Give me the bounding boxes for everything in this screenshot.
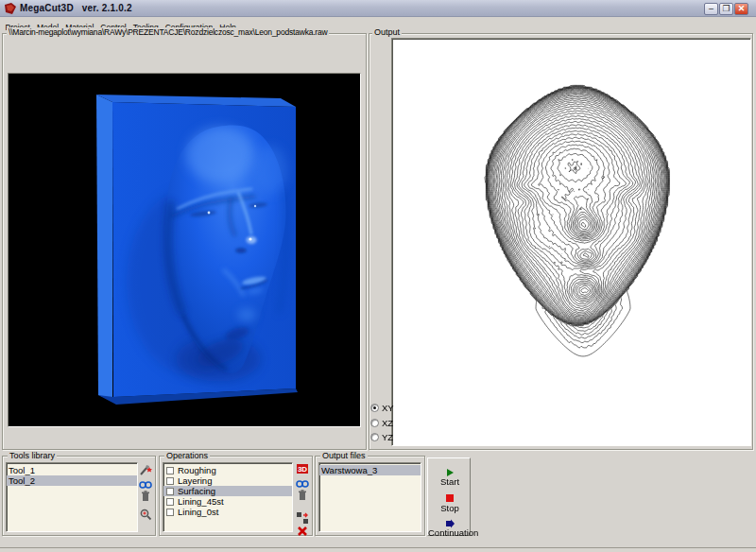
plane-radio-label: YZ — [382, 432, 393, 442]
list-item-lining_0st[interactable]: Lining_0st — [163, 507, 292, 517]
blue-face-model — [9, 74, 360, 426]
slab-side-face — [96, 95, 112, 401]
list-item-warstwowa_3[interactable]: Warstwowa_3 — [319, 465, 421, 475]
restore-button[interactable]: ❐ — [719, 3, 733, 15]
list-item-label: Tool_1 — [9, 465, 35, 475]
transfer-icon[interactable] — [296, 511, 309, 525]
minimize-button[interactable]: – — [704, 3, 718, 15]
tools-list[interactable]: Tool_1Tool_2 — [6, 462, 138, 532]
start-button-label[interactable]: Start — [428, 476, 472, 487]
window-title: MegaCut3D ver. 2.1.0.2 — [20, 3, 132, 13]
zoom-icon[interactable] — [139, 508, 152, 521]
radio-circle[interactable] — [370, 433, 379, 441]
tools-library-label: Tools library — [8, 451, 57, 460]
list-item-lining_45st[interactable]: Lining_45st — [163, 496, 292, 507]
stop-button-label[interactable]: Stop — [428, 503, 472, 513]
delete-icon[interactable] — [139, 490, 152, 503]
operation-checkbox[interactable] — [166, 467, 174, 474]
list-item-label: Surfacing — [178, 486, 215, 496]
list-item-label: Roughing — [178, 465, 216, 475]
preview-icon[interactable] — [296, 476, 309, 490]
plane-radio-yz[interactable]: YZ — [370, 432, 393, 443]
list-item-label: Lining_45st — [178, 496, 224, 507]
list-item-label: Tool_2 — [9, 475, 35, 486]
output-toolpath-viewport[interactable] — [391, 38, 751, 446]
taskbar — [0, 547, 756, 552]
add-tool-icon[interactable] — [139, 463, 152, 476]
preview-icon[interactable] — [139, 477, 152, 491]
svg-text:3D: 3D — [298, 465, 307, 474]
title-bar: MegaCut3D ver. 2.1.0.2 – ❐ ✕ — [0, 0, 756, 17]
operation-checkbox[interactable] — [166, 509, 174, 516]
list-item-label: Warstwowa_3 — [321, 465, 377, 475]
output-group-label: Output — [372, 27, 402, 37]
operations-label: Operations — [164, 451, 210, 460]
model-3d-viewport[interactable] — [8, 73, 361, 427]
list-item-label: Layering — [178, 475, 212, 486]
operation-checkbox[interactable] — [166, 498, 174, 506]
cancel-icon[interactable] — [296, 525, 309, 538]
run-control-panel: StartStopContinuation — [427, 457, 471, 536]
operation-checkbox[interactable] — [166, 488, 174, 495]
list-item-tool_2[interactable]: Tool_2 — [7, 475, 137, 486]
list-item-tool_1[interactable]: Tool_1 — [7, 465, 137, 475]
plane-radio-xy[interactable]: XY — [370, 403, 394, 414]
list-item-surfacing[interactable]: Surfacing — [163, 486, 292, 496]
close-button[interactable]: ✕ — [734, 3, 748, 15]
operations-list[interactable]: RoughingLayeringSurfacingLining_45stLini… — [163, 462, 293, 532]
radio-circle[interactable] — [370, 419, 379, 427]
app-icon[interactable] — [4, 2, 17, 15]
output-files-label: Output files — [320, 451, 368, 460]
model-path-label: \\Marcin-megaplot\wymiana\RAWy\PREZENTAC… — [7, 27, 329, 37]
list-item-layering[interactable]: Layering — [163, 475, 292, 486]
delete-icon[interactable] — [296, 489, 309, 502]
operation-checkbox[interactable] — [166, 477, 174, 485]
list-item-roughing[interactable]: Roughing — [163, 465, 292, 475]
output-files-list[interactable]: Warstwowa_3 — [318, 462, 421, 532]
plane-radio-label: XZ — [382, 418, 393, 428]
status-bar: C:\Program Files\Megaplot\MegaCut3D\Samp… — [0, 537, 756, 547]
toolpath-contour-plot — [392, 39, 750, 445]
plane-radio-label: XY — [382, 403, 394, 413]
radio-circle[interactable] — [370, 404, 379, 412]
generate-3d-icon[interactable]: 3D — [296, 462, 309, 475]
list-item-label: Lining_0st — [178, 507, 218, 517]
plane-radio-xz[interactable]: XZ — [370, 418, 393, 429]
